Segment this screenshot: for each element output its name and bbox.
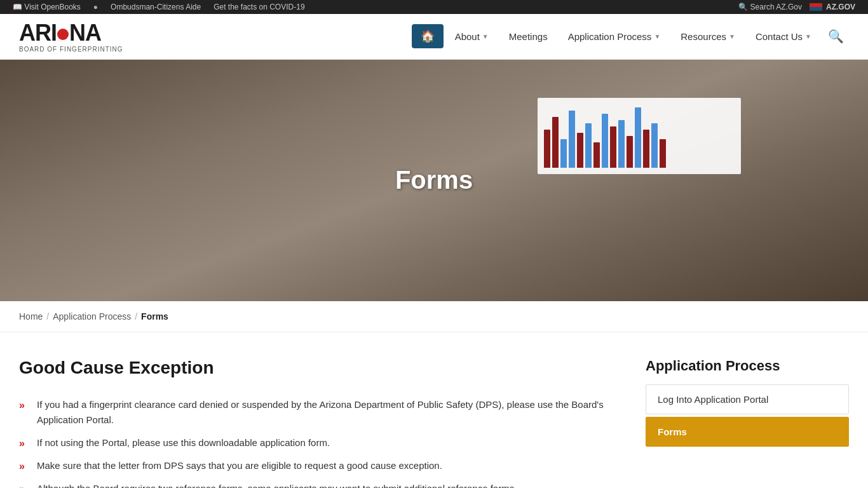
hero-title: Forms xyxy=(395,166,473,194)
nav-application-process[interactable]: Application Process ▼ xyxy=(559,26,670,47)
main-layout: Good Cause Exception If you had a finger… xyxy=(0,332,868,488)
chart-bar xyxy=(593,142,600,168)
list-item: Make sure that the letter from DPS says … xyxy=(19,454,620,477)
book-icon: 📖 xyxy=(13,3,22,11)
chart-bar xyxy=(610,126,616,168)
logo-subtitle: BOARD OF FINGERPRINTING xyxy=(19,46,123,53)
bullet-list: If you had a fingerprint clearance card … xyxy=(19,393,620,488)
az-flag-icon xyxy=(810,3,822,11)
chevron-down-icon: ▼ xyxy=(805,33,811,40)
chart-bar xyxy=(660,139,666,168)
chart-bar xyxy=(618,120,625,168)
search-button[interactable]: 🔍 xyxy=(823,24,849,49)
sidebar-link[interactable]: Forms xyxy=(646,417,849,447)
list-item: If not using the Portal, please use this… xyxy=(19,431,620,454)
chart-bar xyxy=(560,139,567,168)
breadcrumb-current: Forms xyxy=(141,311,168,322)
chevron-down-icon: ▼ xyxy=(729,33,735,40)
list-item: Although the Board requires two referenc… xyxy=(19,477,620,488)
chevron-down-icon: ▼ xyxy=(654,33,660,40)
hero-chart xyxy=(538,98,741,225)
top-bar-right: 🔍 Search AZ.Gov AZ.GOV xyxy=(738,3,855,11)
search-icon: 🔍 xyxy=(738,3,748,11)
chart-bar xyxy=(643,130,649,168)
chart-bar xyxy=(651,123,658,168)
chart-bar xyxy=(544,130,550,168)
openbooks-link[interactable]: 📖 Visit OpenBooks xyxy=(13,3,81,11)
chevron-down-icon: ▼ xyxy=(482,33,489,40)
top-bar: 📖 Visit OpenBooks ● Ombudsman-Citizens A… xyxy=(0,0,868,14)
chart-bar xyxy=(552,117,559,168)
site-header: ARIZNA BOARD OF FINGERPRINTING 🏠 About ▼… xyxy=(0,14,868,60)
page-heading: Good Cause Exception xyxy=(19,358,620,378)
breadcrumb: Home / Application Process / Forms xyxy=(0,301,868,332)
covid-link[interactable]: Get the facts on COVID-19 xyxy=(214,3,304,11)
logo-name: ARIZNA xyxy=(19,20,123,46)
azgov-badge: AZ.GOV xyxy=(810,3,855,11)
hero-section: Forms xyxy=(0,60,868,301)
breadcrumb-parent[interactable]: Application Process xyxy=(53,311,131,322)
ombudsman-link[interactable]: Ombudsman-Citizens Aide xyxy=(111,3,201,11)
chart-bar xyxy=(602,114,608,168)
list-item: If you had a fingerprint clearance card … xyxy=(19,393,620,431)
chart-bar xyxy=(569,111,575,168)
nav-about[interactable]: About ▼ xyxy=(446,26,498,47)
chart-bar xyxy=(635,107,641,168)
top-bar-links: 📖 Visit OpenBooks ● Ombudsman-Citizens A… xyxy=(13,3,305,11)
content-area: Good Cause Exception If you had a finger… xyxy=(19,358,620,488)
sidebar-links: Log Into Application PortalForms xyxy=(646,384,849,447)
nav-meetings[interactable]: Meetings xyxy=(500,26,557,47)
sidebar-link[interactable]: Log Into Application Portal xyxy=(646,384,849,414)
search-azgov-link[interactable]: 🔍 Search AZ.Gov xyxy=(738,3,802,11)
sidebar: Application Process Log Into Application… xyxy=(646,358,849,488)
main-nav: 🏠 About ▼ Meetings Application Process ▼… xyxy=(412,24,849,49)
nav-resources[interactable]: Resources ▼ xyxy=(672,26,744,47)
sidebar-heading: Application Process xyxy=(646,358,849,374)
chart-bar xyxy=(577,133,583,168)
nav-contact[interactable]: Contact Us ▼ xyxy=(747,26,820,47)
logo[interactable]: ARIZNA BOARD OF FINGERPRINTING xyxy=(19,20,123,53)
home-nav-button[interactable]: 🏠 xyxy=(412,24,444,48)
bar-chart xyxy=(538,98,741,174)
chart-bar xyxy=(627,136,633,168)
chart-bar xyxy=(585,123,592,168)
breadcrumb-home[interactable]: Home xyxy=(19,311,43,322)
